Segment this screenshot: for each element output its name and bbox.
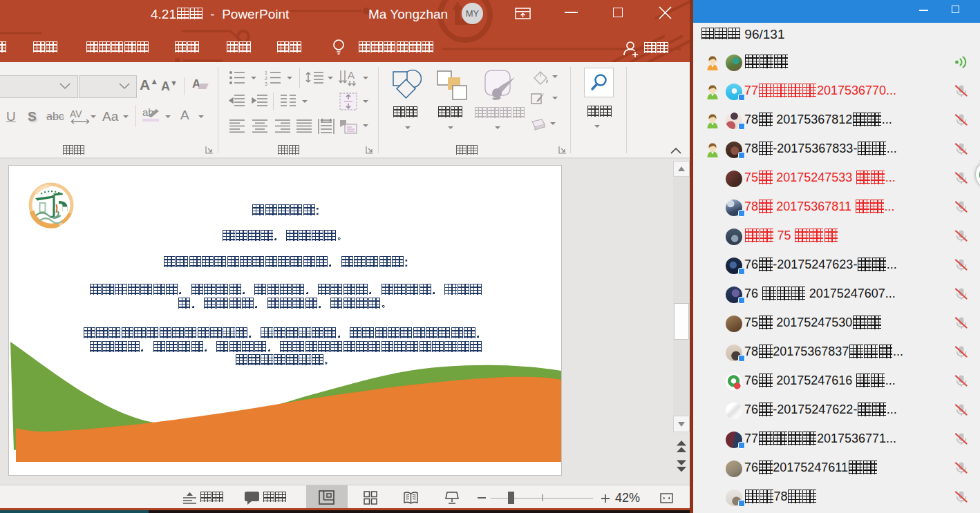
- svg-text:AV: AV: [70, 109, 82, 119]
- svg-text:1: 1: [265, 70, 267, 75]
- svg-text:3: 3: [265, 81, 267, 86]
- svg-text:2: 2: [265, 76, 267, 81]
- svg-text:A: A: [348, 69, 355, 81]
